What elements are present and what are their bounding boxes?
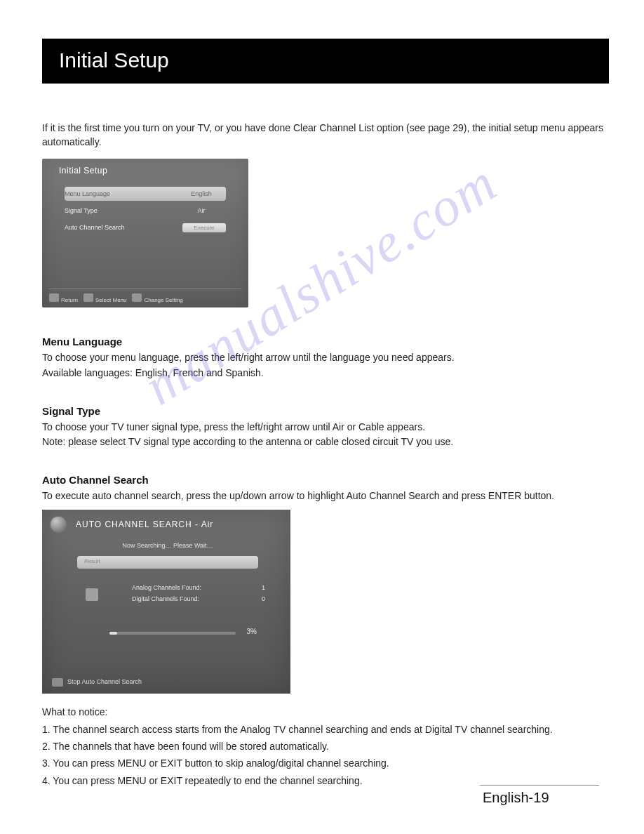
menu-language-text-1: To choose your menu language, press the … — [42, 350, 609, 366]
globe-icon — [51, 517, 66, 532]
menu-key-icon — [52, 678, 63, 687]
osd2-title: AUTO CHANNEL SEARCH - Air — [76, 519, 279, 529]
osd2-digital-label: Digital Channels Found: — [132, 595, 199, 602]
intro-paragraph: If it is the first time you turn on your… — [42, 121, 609, 149]
osd2-analog-value: 1 — [262, 584, 265, 591]
signal-type-text-1: To choose your TV tuner signal type, pre… — [42, 420, 609, 435]
tv-thumbnail-icon — [86, 588, 98, 601]
osd1-auto-channel-label: Auto Channel Search — [65, 224, 182, 231]
page-title: Initial Setup — [59, 48, 169, 72]
osd1-menu-language-label: Menu Language — [65, 190, 177, 197]
lr-key-icon — [132, 293, 142, 302]
osd1-row-menu-language: Menu Language English — [65, 187, 226, 201]
osd1-select-hint: Select Menu — [83, 293, 126, 303]
notice-item-2: 2. The channels that have been found wil… — [42, 739, 609, 754]
heading-auto-channel: Auto Channel Search — [42, 474, 609, 486]
osd2-analog-row: Analog Channels Found: 1 — [132, 584, 265, 591]
osd2-footer: Stop Auto Channel Search — [52, 678, 142, 687]
osd-initial-setup: Initial Setup Menu Language English Sign… — [42, 159, 248, 307]
osd2-status: Now Searching… Please Wait… — [56, 542, 279, 549]
signal-type-text-2: Note: please select TV signal type accor… — [42, 435, 609, 450]
heading-menu-language: Menu Language — [42, 336, 609, 348]
osd2-progress-bar — [109, 632, 236, 635]
arrows-key-icon — [83, 293, 93, 302]
page-number: English-19 — [483, 785, 602, 806]
osd1-footer: Return Select Menu Change Setting — [49, 289, 241, 303]
menu-language-text-2: Available languages: English, French and… — [42, 366, 609, 381]
notice-item-1: 1. The channel search access starts from… — [42, 722, 609, 737]
page-header: Initial Setup — [42, 39, 609, 84]
osd-auto-channel-search: AUTO CHANNEL SEARCH - Air Now Searching…… — [42, 510, 290, 694]
menu-key-icon — [49, 293, 59, 302]
osd1-row-signal-type: Signal Type Air — [65, 204, 226, 218]
osd1-signal-type-value: Air — [177, 207, 226, 214]
osd1-change-hint: Change Setting — [132, 293, 182, 303]
notice-heading: What to notice: — [42, 706, 609, 717]
osd2-result-bar: Result — [77, 556, 258, 569]
osd2-percent: 3% — [247, 628, 257, 635]
osd2-analog-label: Analog Channels Found: — [132, 584, 201, 591]
osd2-digital-value: 0 — [262, 595, 265, 602]
osd1-signal-type-label: Signal Type — [65, 207, 177, 214]
osd1-title: Initial Setup — [59, 166, 239, 176]
notice-item-3: 3. You can press MENU or EXIT button to … — [42, 755, 609, 771]
osd1-return-hint: Return — [49, 293, 78, 303]
osd1-execute-button: Execute — [182, 223, 226, 232]
osd1-row-auto-channel: Auto Channel Search Execute — [65, 220, 226, 234]
osd1-menu-language-value: English — [177, 190, 226, 197]
auto-channel-text-1: To execute auto channel search, press th… — [42, 489, 609, 504]
osd2-digital-row: Digital Channels Found: 0 — [132, 595, 265, 602]
osd2-progress-fill — [109, 632, 117, 635]
notice-list: 1. The channel search access starts from… — [42, 722, 609, 789]
heading-signal-type: Signal Type — [42, 405, 609, 417]
